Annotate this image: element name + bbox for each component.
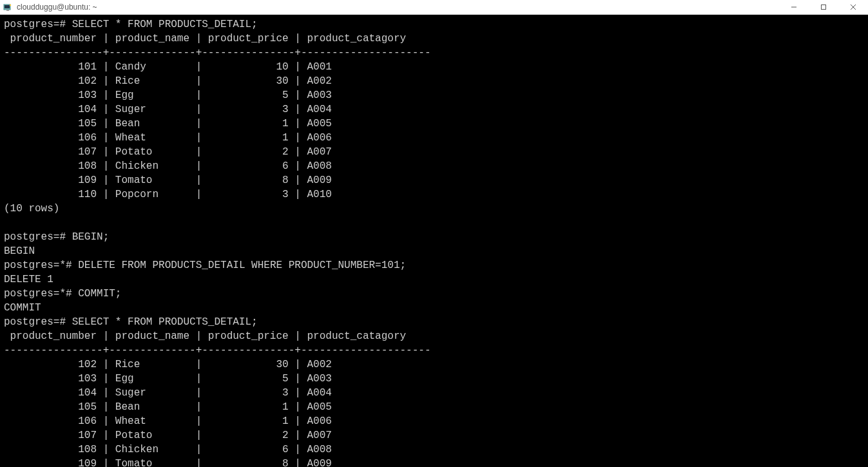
sql-commit: COMMIT; [78,288,121,300]
svg-point-3 [10,5,11,6]
table-row: 102 | Rice | 30 | A002 [4,75,332,87]
table-divider: ----------------+--------------+--------… [4,345,431,356]
table-row: 107 | Potato | 2 | A007 [4,146,332,158]
terminal-window: cloudduggu@ubuntu: ~ postgres=# SELECT *… [0,0,868,467]
output-commit: COMMIT [4,302,41,314]
window-controls [779,0,868,15]
table-header: product_number | product_name | product_… [4,330,406,342]
table-row: 104 | Suger | 3 | A004 [4,387,332,399]
table-row: 106 | Wheat | 1 | A006 [4,132,332,144]
output-begin: BEGIN [4,245,35,257]
output-delete: DELETE 1 [4,274,53,285]
table-row: 104 | Suger | 3 | A004 [4,104,332,115]
svg-rect-1 [5,5,10,8]
sql-select-2: SELECT * FROM PRODUCTS_DETAIL; [72,316,258,328]
sql-delete: DELETE FROM PRODUCTS_DETAIL WHERE PRODUC… [78,260,406,271]
table-row: 109 | Tomato | 8 | A009 [4,175,332,186]
table-row: 103 | Egg | 5 | A003 [4,373,332,385]
table-row: 108 | Chicken | 6 | A008 [4,444,332,455]
table-row: 109 | Tomato | 8 | A009 [4,458,332,467]
putty-icon [3,2,13,12]
table-divider: ----------------+--------------+--------… [4,47,431,59]
table-row: 105 | Bean | 1 | A005 [4,118,332,129]
table-row: 110 | Popcorn | 3 | A010 [4,189,332,200]
table-row: 107 | Potato | 2 | A007 [4,430,332,441]
svg-rect-5 [822,5,826,10]
table-row: 106 | Wheat | 1 | A006 [4,415,332,427]
prompt-tx: postgres=*# [4,288,72,300]
minimize-button[interactable] [779,0,809,15]
table-row: 108 | Chicken | 6 | A008 [4,160,332,172]
terminal-body[interactable]: postgres=# SELECT * FROM PRODUCTS_DETAIL… [0,15,868,467]
maximize-button[interactable] [809,0,838,15]
sql-begin: BEGIN; [72,231,110,243]
close-button[interactable] [838,0,868,15]
prompt: postgres=# [4,19,66,30]
window-title: cloudduggu@ubuntu: ~ [17,3,97,12]
table-row: 103 | Egg | 5 | A003 [4,90,332,101]
table-row: 102 | Rice | 30 | A002 [4,359,332,370]
titlebar-left: cloudduggu@ubuntu: ~ [3,2,97,12]
table-row: 105 | Bean | 1 | A005 [4,401,332,413]
prompt-tx: postgres=*# [4,260,72,271]
titlebar[interactable]: cloudduggu@ubuntu: ~ [0,0,868,15]
svg-rect-2 [6,10,9,11]
sql-select-1: SELECT * FROM PRODUCTS_DETAIL; [72,19,258,30]
prompt: postgres=# [4,231,66,243]
prompt: postgres=# [4,316,66,328]
table-row: 101 | Candy | 10 | A001 [4,61,332,73]
row-count: (10 rows) [4,203,59,214]
table-header: product_number | product_name | product_… [4,33,406,44]
